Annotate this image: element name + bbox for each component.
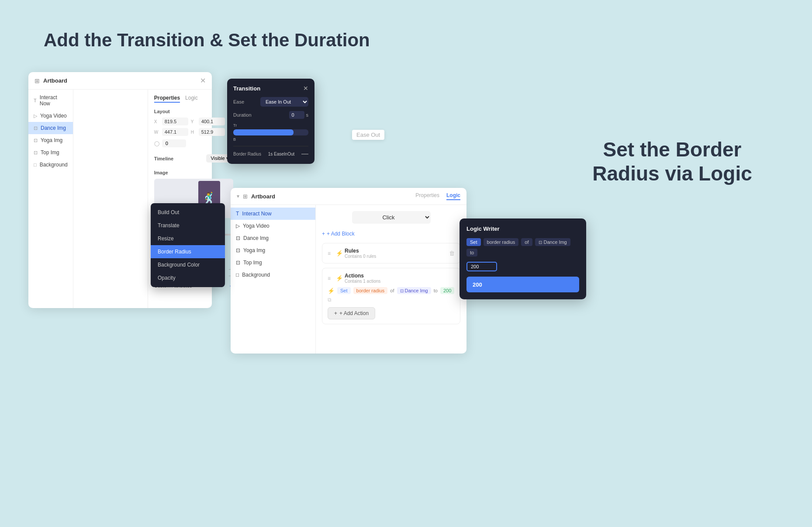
lw-property-tag: border radius xyxy=(484,238,519,246)
add-action-container: + + Add Action xyxy=(328,307,455,319)
x-field: X xyxy=(154,118,188,125)
actions-title: Actions xyxy=(345,273,380,279)
layer-yoga-img[interactable]: ⊡ Yoga Img xyxy=(28,134,73,146)
context-border-radius[interactable]: Border Radius xyxy=(151,245,225,258)
layer-dance-img[interactable]: ⊡ Dance Img xyxy=(28,122,73,134)
w-field: W xyxy=(154,128,188,136)
y-input[interactable] xyxy=(199,118,225,125)
lw-input-row xyxy=(466,262,579,271)
layer-name: Top Img xyxy=(41,149,59,156)
context-menu: Build Out Translate Resize Border Radius… xyxy=(151,203,225,287)
rp-artboard-icon: ⊞ xyxy=(243,193,248,200)
rules-block: ≡ ⚡ Rules Contains 0 rules 🗑 xyxy=(322,243,460,264)
actions-sub: Contains 1 actions xyxy=(345,279,380,284)
radius-row: ◯ xyxy=(154,139,233,147)
ease-out-label: Ease Out xyxy=(352,130,384,140)
layer-name: Top Img xyxy=(243,260,262,266)
ease-select[interactable]: Ease In Out Ease In Ease Out Linear xyxy=(260,97,308,107)
context-resize[interactable]: Resize xyxy=(151,232,225,245)
layer-name: Interact Now xyxy=(40,94,68,107)
duration-input[interactable] xyxy=(289,111,304,119)
rules-delete-button[interactable]: 🗑 xyxy=(449,250,455,257)
video-icon: ▷ xyxy=(34,113,37,119)
rp-layer-top-img[interactable]: ⊡ Top Img xyxy=(231,257,315,269)
page-title: Add the Transition & Set the Duration xyxy=(44,30,370,51)
transition-bar-fill xyxy=(233,129,294,135)
border-radius-tag: Border Radius xyxy=(233,152,261,156)
left-layer-list: T Interact Now ▷ Yoga Video ⊡ Dance Img … xyxy=(28,90,73,308)
add-block-button[interactable]: + + Add Block xyxy=(322,231,460,237)
background-icon: □ xyxy=(34,162,37,167)
radius-input[interactable] xyxy=(162,139,186,147)
layer-name: Yoga Img xyxy=(41,137,62,143)
dance-img-icon: ⊡ xyxy=(400,288,404,293)
rp-tabs: Properties Logic xyxy=(415,192,460,200)
text-icon: T xyxy=(236,211,239,217)
tab-properties[interactable]: Properties xyxy=(154,95,180,103)
layer-background[interactable]: □ Background xyxy=(28,159,73,171)
action-border-radius-tag: border radius xyxy=(353,287,388,294)
ease-label: Ease xyxy=(233,99,244,104)
transition-bar-track[interactable] xyxy=(233,129,308,135)
rules-header: ≡ ⚡ Rules Contains 0 rules 🗑 xyxy=(328,248,455,259)
layer-name: Background xyxy=(40,162,68,168)
image-icon: ⊡ xyxy=(236,260,240,266)
set-border-radius-text: Set the Border Radius via Logic xyxy=(585,138,760,186)
h-input[interactable] xyxy=(199,128,225,136)
rp-layer-background[interactable]: □ Background xyxy=(231,269,315,281)
add-block-label: + Add Block xyxy=(327,231,355,237)
rp-tab-properties[interactable]: Properties xyxy=(415,192,439,200)
rp-collapse-icon[interactable]: ▾ xyxy=(237,193,239,199)
image-icon: ⊡ xyxy=(236,235,240,241)
x-input[interactable] xyxy=(162,118,188,125)
actions-icon: ⚡ xyxy=(336,275,343,281)
logic-panel: Click Hover Load + + Add Block ≡ ⚡ Rules xyxy=(316,205,466,354)
rp-layer-interact-now[interactable]: T Interact Now xyxy=(231,208,315,220)
tag-minus[interactable]: — xyxy=(301,150,308,158)
context-background-color[interactable]: Background Color xyxy=(151,258,225,271)
rp-layer-yoga-video[interactable]: ▷ Yoga Video xyxy=(231,220,315,232)
layer-name: Yoga Video xyxy=(243,223,270,229)
add-action-label: + Add Action xyxy=(339,310,369,316)
click-trigger-select[interactable]: Click Hover Load xyxy=(352,211,431,224)
panel-close-icon[interactable]: ✕ xyxy=(200,76,206,85)
popup-close-icon[interactable]: ✕ xyxy=(303,85,308,92)
text-icon: T xyxy=(34,98,37,103)
right-panel: ▾ ⊞ Artboard Properties Logic T Interact… xyxy=(231,188,466,354)
action-set-tag: Set xyxy=(337,287,351,294)
rp-layer-list: T Interact Now ▷ Yoga Video ⊡ Dance Img … xyxy=(231,205,316,354)
layer-name: Interact Now xyxy=(242,211,271,217)
lw-value-input[interactable] xyxy=(466,262,497,271)
plus-icon: + xyxy=(322,231,325,237)
copy-button[interactable]: ⧉ xyxy=(328,297,332,303)
duration-unit: s xyxy=(306,112,309,118)
transition-b-label: B xyxy=(233,137,308,142)
tab-logic[interactable]: Logic xyxy=(185,95,198,103)
lw-set-row: Set border radius of ⊡ Dance Img to xyxy=(466,238,579,257)
action-of-label: of xyxy=(390,288,394,293)
action-value-tag: 200 xyxy=(440,287,454,294)
transition-tr-label: Tr xyxy=(233,123,308,128)
rp-content: T Interact Now ▷ Yoga Video ⊡ Dance Img … xyxy=(231,205,466,354)
layer-top-img[interactable]: ⊡ Top Img xyxy=(28,146,73,159)
rp-layer-yoga-img[interactable]: ⊡ Yoga Img xyxy=(231,244,315,257)
action-dance-img-tag: ⊡ Dance Img xyxy=(397,287,431,294)
click-row: Click Hover Load xyxy=(322,211,460,224)
layer-yoga-video[interactable]: ▷ Yoga Video xyxy=(28,110,73,122)
drag-icon: ≡ xyxy=(328,250,331,257)
context-opacity[interactable]: Opacity xyxy=(151,271,225,284)
context-translate[interactable]: Translate xyxy=(151,219,225,232)
image-icon: ⊡ xyxy=(34,125,38,131)
w-input[interactable] xyxy=(162,128,188,136)
duration-input-group: s xyxy=(289,111,309,119)
ease-row: Ease Ease In Out Ease In Ease Out Linear xyxy=(233,97,308,107)
rp-tab-logic[interactable]: Logic xyxy=(446,192,460,200)
add-action-button[interactable]: + + Add Action xyxy=(328,307,375,319)
layer-interact-now[interactable]: T Interact Now xyxy=(28,91,73,110)
video-icon: ▷ xyxy=(236,223,240,229)
context-build-out[interactable]: Build Out xyxy=(151,206,225,219)
popup-title: Transition xyxy=(233,85,260,92)
rp-layer-dance-img[interactable]: ⊡ Dance Img xyxy=(231,232,315,244)
lw-set-tag: Set xyxy=(466,238,481,246)
background-icon: □ xyxy=(236,272,239,278)
